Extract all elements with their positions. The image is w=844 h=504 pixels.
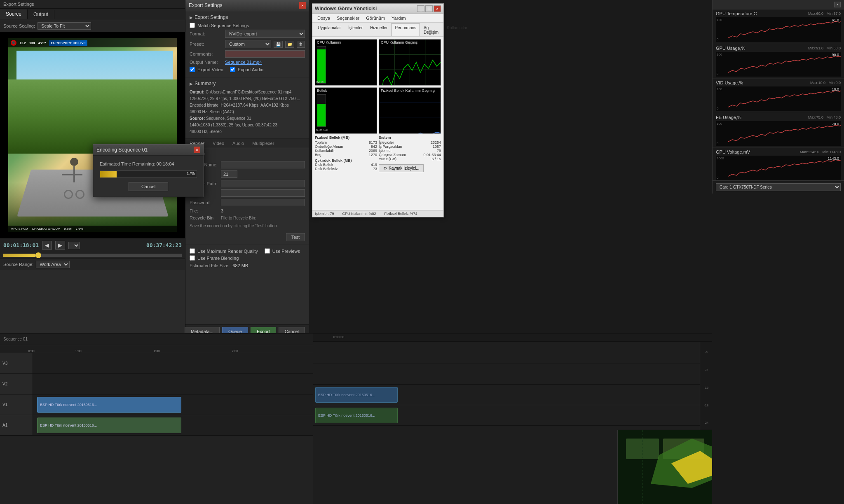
right-clip-2[interactable]: ESP HD Türk noevent 20150516... xyxy=(315,408,398,423)
task-manager-window: Windows Görev Yöneticisi _ □ × Dosya Seç… xyxy=(312,3,444,217)
export-video-checkbox[interactable] xyxy=(190,67,195,72)
preview-area: ⚫ 12.2 138 4'29" EUROSPORT HD LIVE MFC 8… xyxy=(0,32,185,238)
pct1-label: 9.8% xyxy=(64,227,71,231)
tm-menu-secenekler[interactable]: Seçenekler xyxy=(333,15,363,21)
right-clip-1[interactable]: ESP HD Türk noevent 20150516... xyxy=(315,387,398,403)
timeline-scrubber[interactable] xyxy=(3,254,182,257)
tm-tab-islemler[interactable]: İşlemler xyxy=(345,23,366,36)
gpu-axis-0: 130 0 xyxy=(716,17,728,42)
preset-delete-btn[interactable]: 🗑 xyxy=(297,41,305,48)
timeline-clip-2[interactable]: ESP HD Türk noevent 20150516... xyxy=(37,418,181,433)
encoding-dialog-close[interactable]: × xyxy=(194,147,200,153)
remote-path-input[interactable] xyxy=(221,180,305,187)
output-name-value[interactable]: Sequence 01.mp4 xyxy=(225,60,262,65)
preset-save-btn[interactable]: 💾 xyxy=(274,41,283,48)
export-settings-window: Export Settings × ▶ Export Settings Matc… xyxy=(185,0,309,338)
gpu-card-select[interactable]: Card 1 GTX750TI-DF Series xyxy=(716,183,841,191)
timeline-track-a1: A1 ESP HD Türk noevent 20150516... xyxy=(0,415,313,436)
eurosport-logo: EUROSPORT HD LIVE xyxy=(49,40,87,46)
gpu-axis-4: 2000 0 xyxy=(716,156,728,180)
source-tab[interactable]: Source xyxy=(0,9,28,19)
source-scaling-select[interactable]: Scale To Fit xyxy=(38,22,91,30)
gpu-metrics-container: GPU Temperature,C Max:60.0 Min:57.0 130 … xyxy=(713,9,844,182)
tm-minimize-btn[interactable]: _ xyxy=(417,5,424,12)
gpu-metric-value-1: 90.0 xyxy=(832,53,839,57)
cpu-bar-fill xyxy=(317,49,326,83)
ruler-label-2: 1:00 xyxy=(75,349,82,353)
status-islemler: İşlemler: 79 xyxy=(315,212,334,216)
recycle-value: File to Recycle Bin: xyxy=(221,216,256,220)
gpu-metric-range-0: Max:60.0 Min:57.0 xyxy=(808,12,841,16)
login-row: Login: xyxy=(190,189,305,197)
cpu-history-label: CPU Kullanım Geçmişi xyxy=(381,40,419,44)
format-row: Format: NViDc_export xyxy=(190,30,305,38)
db-label-3: -18 xyxy=(701,404,711,407)
max-render-checkbox[interactable] xyxy=(190,248,195,254)
physical-memory-graph: Fiziksel Bellek Kullanımı Geçmişi xyxy=(379,87,441,134)
export-audio-checkbox[interactable] xyxy=(230,67,235,72)
ftp-title: ▶ FTP xyxy=(190,152,305,158)
comments-input[interactable] xyxy=(225,50,305,58)
tm-tab-uygulamalar[interactable]: Uygulamalar xyxy=(314,23,345,36)
source-range-select[interactable]: Work Area xyxy=(36,261,70,268)
tm-menu-dosya[interactable]: Dosya xyxy=(314,15,333,21)
gpu-metric-1: GPU Usage,% Max:91.0 Min:60.0 100 0 90.0 xyxy=(713,44,844,79)
export-close-button[interactable]: × xyxy=(299,2,306,9)
gpu-close-btn[interactable]: × xyxy=(834,2,841,7)
port-input[interactable] xyxy=(221,170,237,178)
tm-tab-ag[interactable]: Ağ Değişimi xyxy=(420,23,443,36)
multiplexer-tab[interactable]: Multiplexer xyxy=(248,139,278,148)
video-tab[interactable]: Video xyxy=(209,139,228,148)
scrubber-thumb[interactable] xyxy=(35,252,41,258)
tm-menubar: Dosya Seçenekler Görünüm Yardım xyxy=(312,14,443,23)
gpu-metric-name-3: FB Usage,% xyxy=(716,115,741,120)
svg-rect-10 xyxy=(728,52,841,77)
password-input[interactable] xyxy=(221,199,305,206)
encoding-cancel-button[interactable]: Cancel xyxy=(129,182,168,191)
gpu-series-0 xyxy=(728,17,841,42)
use-previews-checkbox[interactable] xyxy=(265,248,270,254)
chasing-label: CHASING GROUP xyxy=(32,227,60,231)
export-video-label: Export Video xyxy=(197,67,223,72)
cpu-pct-label: 92 % xyxy=(316,80,324,84)
tm-tab-hizmetler[interactable]: Hizmetler xyxy=(366,23,391,36)
frame-blending-checkbox[interactable] xyxy=(190,255,195,261)
preset-select[interactable]: Custom xyxy=(225,40,271,48)
match-sequence-checkbox[interactable] xyxy=(190,23,195,28)
gpu-metric-range-4: Max:1142.0 Min:1143.0 xyxy=(800,150,841,154)
file-size-label: Estimated File Size: xyxy=(190,263,230,268)
tm-tab-performans[interactable]: Performans xyxy=(391,23,420,36)
memory-bar-fill xyxy=(317,104,326,126)
tm-tab-kullanicilar[interactable]: Kullanıcılar xyxy=(443,23,471,36)
play-backward-btn[interactable]: ◀ xyxy=(42,241,52,250)
encoding-dialog-title: Encoding Sequence 01 xyxy=(96,147,148,153)
panel-title: Export Settings xyxy=(3,2,34,7)
gpu-series-3 xyxy=(728,121,841,146)
login-input[interactable] xyxy=(221,189,305,197)
gpu-graph-0: 130 0 61.0 xyxy=(716,17,841,42)
kaynak-izleyici-button[interactable]: ⚙ Kaynak İzleyici... xyxy=(379,164,424,172)
tm-close-btn[interactable]: × xyxy=(434,5,441,12)
timeline-clip-1[interactable]: ESP HD Türk noevent 20150516... xyxy=(37,397,181,413)
gpu-select-row: Card 1 GTX750TI-DF Series xyxy=(713,180,844,194)
output-tab[interactable]: Output xyxy=(28,10,54,19)
gpu-series-1 xyxy=(728,52,841,77)
tm-menu-gorunum[interactable]: Görünüm xyxy=(363,15,388,21)
status-fiziksel: Fiziksel Bellek: %74 xyxy=(384,212,417,216)
match-sequence-row: Match Sequence Settings xyxy=(190,23,305,28)
preset-import-btn[interactable]: 📁 xyxy=(285,41,294,48)
right-track-video: ESP HD Türk noevent 20150516... xyxy=(313,385,700,405)
test-button[interactable]: Test xyxy=(286,233,305,241)
track-v2-content xyxy=(33,374,313,394)
fit-select[interactable]: Fit xyxy=(68,242,80,249)
server-input[interactable] xyxy=(221,161,305,168)
play-forward-btn[interactable]: ▶ xyxy=(55,241,65,250)
tm-restore-btn[interactable]: □ xyxy=(425,5,433,12)
password-row: Password: xyxy=(190,199,305,206)
format-select[interactable]: NViDc_export xyxy=(225,30,305,38)
gpu-metric-0: GPU Temperature,C Max:60.0 Min:57.0 130 … xyxy=(713,9,844,44)
panel-tabs: Source Output xyxy=(0,9,185,20)
tm-menu-yardim[interactable]: Yardım xyxy=(388,15,409,21)
svg-rect-11 xyxy=(728,86,841,111)
audio-tab[interactable]: Audio xyxy=(228,139,248,148)
